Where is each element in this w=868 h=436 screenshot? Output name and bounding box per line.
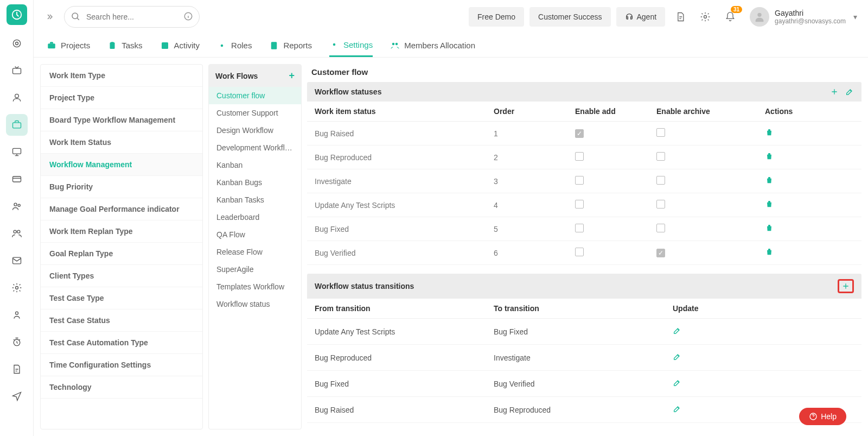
workflow-design-workflow[interactable]: Design Workflow — [209, 122, 301, 139]
svg-point-9 — [18, 204, 20, 206]
free-demo-button[interactable]: Free Demo — [469, 7, 524, 27]
enable-add-checkbox[interactable] — [575, 176, 584, 185]
tab-settings[interactable]: Settings — [329, 34, 373, 57]
left-rail — [0, 0, 34, 436]
enable-add-checkbox[interactable] — [575, 200, 584, 208]
enable-archive-checkbox[interactable] — [656, 128, 665, 137]
enable-archive-checkbox[interactable] — [656, 224, 665, 232]
rail-person-icon[interactable] — [6, 304, 28, 326]
delete-status-button[interactable] — [765, 225, 774, 234]
workflows-title: Work Flows — [215, 72, 258, 80]
tab-activity[interactable]: Activity — [160, 34, 200, 57]
setting-test-case-type[interactable]: Test Case Type — [41, 287, 202, 309]
customer-success-button[interactable]: Customer Success — [529, 7, 610, 27]
rail-briefcase-icon[interactable] — [6, 114, 28, 136]
setting-work-item-status[interactable]: Work Item Status — [41, 131, 202, 154]
setting-work-item-type[interactable]: Work Item Type — [41, 65, 202, 87]
delete-status-button[interactable] — [765, 249, 774, 258]
sidebar-expand-toggle[interactable] — [44, 10, 58, 23]
workflow-templates-workflow[interactable]: Templates Workflow — [209, 278, 301, 295]
tab-tasks[interactable]: Tasks — [107, 34, 142, 57]
delete-status-button[interactable] — [765, 130, 774, 138]
status-order: 5 — [494, 225, 575, 233]
delete-status-button[interactable] — [765, 154, 774, 162]
app-logo[interactable] — [7, 4, 27, 25]
enable-add-checkbox[interactable] — [575, 152, 584, 161]
rail-mail-icon[interactable] — [6, 250, 28, 271]
col-from: From transition — [315, 304, 494, 313]
workflow-superagile[interactable]: SuperAgile — [209, 261, 301, 278]
workflow-leaderboard[interactable]: Leaderboard — [209, 208, 301, 226]
enable-add-checkbox[interactable] — [575, 129, 584, 138]
rail-card-icon[interactable] — [6, 168, 28, 190]
add-workflow-button[interactable]: + — [289, 70, 295, 81]
setting-work-item-replan-type[interactable]: Work Item Replan Type — [41, 220, 202, 243]
rail-settings-icon[interactable] — [6, 277, 28, 299]
info-icon[interactable] — [183, 11, 193, 23]
rail-clock-icon[interactable] — [6, 331, 28, 353]
setting-board-type-workflow-management[interactable]: Board Type Workflow Management — [41, 109, 202, 131]
rail-file-icon[interactable] — [6, 358, 28, 380]
setting-technology[interactable]: Technology — [41, 376, 202, 399]
workflow-release-flow[interactable]: Release Flow — [209, 243, 301, 261]
svg-rect-12 — [12, 257, 21, 264]
status-name: Bug Fixed — [315, 225, 494, 233]
rail-target-icon[interactable] — [6, 33, 28, 54]
workflow-kanban-bugs[interactable]: Kanban Bugs — [209, 174, 301, 191]
add-status-button[interactable] — [830, 87, 839, 96]
status-row: Update Any Test Scripts4 — [307, 193, 861, 217]
search-input[interactable] — [64, 6, 200, 28]
enable-add-checkbox[interactable] — [575, 248, 584, 256]
tab-projects[interactable]: Projects — [47, 34, 90, 57]
enable-archive-checkbox[interactable] — [656, 152, 665, 161]
rail-monitor-icon[interactable] — [6, 141, 28, 163]
setting-client-types[interactable]: Client Types — [41, 265, 202, 287]
setting-test-case-automation-type[interactable]: Test Case Automation Type — [41, 332, 202, 354]
workflow-kanban[interactable]: Kanban — [209, 156, 301, 174]
edit-transition-button[interactable] — [673, 380, 681, 389]
setting-manage-goal-performance-indicator[interactable]: Manage Goal Performance indicator — [41, 198, 202, 220]
workflow-development-workflow[interactable]: Development Workflow — [209, 139, 301, 156]
setting-workflow-management[interactable]: Workflow Management — [41, 154, 202, 176]
status-order: 1 — [494, 129, 575, 138]
rail-nav-icon[interactable] — [6, 386, 28, 407]
edit-transition-button[interactable] — [673, 354, 681, 363]
svg-point-10 — [14, 230, 16, 233]
status-order: 6 — [494, 249, 575, 257]
help-button[interactable]: Help — [799, 408, 846, 425]
tab-roles[interactable]: Roles — [217, 34, 252, 57]
setting-test-case-status[interactable]: Test Case Status — [41, 309, 202, 332]
edit-transition-button[interactable] — [673, 406, 681, 415]
add-transition-button[interactable] — [841, 282, 850, 290]
setting-bug-priority[interactable]: Bug Priority — [41, 176, 202, 198]
document-icon[interactable] — [671, 7, 690, 27]
workflow-kanban-tasks[interactable]: Kanban Tasks — [209, 191, 301, 208]
delete-status-button[interactable] — [765, 201, 774, 210]
workflow-qa-flow[interactable]: QA Flow — [209, 226, 301, 243]
edit-transition-button[interactable] — [673, 328, 681, 337]
gear-icon[interactable] — [695, 7, 715, 27]
setting-time-configuration-settings[interactable]: Time Configuration Settings — [41, 354, 202, 376]
workflow-customer-support[interactable]: Customer Support — [209, 104, 301, 122]
tab-reports[interactable]: Reports — [269, 34, 312, 57]
setting-project-type[interactable]: Project Type — [41, 87, 202, 109]
col-to: To transition — [494, 304, 673, 313]
enable-archive-checkbox[interactable] — [656, 176, 665, 185]
notifications-button[interactable]: 31 — [720, 7, 740, 27]
rail-tv-icon[interactable] — [6, 60, 28, 81]
tab-members-allocation[interactable]: Members Allocation — [390, 34, 475, 57]
rail-users-icon[interactable] — [6, 195, 28, 217]
user-menu[interactable]: Gayathri gayathri@snovasys.com ▾ — [745, 7, 857, 27]
enable-add-checkbox[interactable] — [575, 224, 584, 232]
rail-people-icon[interactable] — [6, 223, 28, 244]
svg-point-19 — [757, 13, 761, 17]
delete-status-button[interactable] — [765, 178, 774, 186]
edit-statuses-button[interactable] — [845, 87, 854, 96]
rail-user-icon[interactable] — [6, 87, 28, 109]
agent-button[interactable]: Agent — [616, 7, 666, 27]
workflow-customer-flow[interactable]: Customer flow — [209, 87, 301, 104]
enable-archive-checkbox[interactable] — [656, 200, 665, 208]
workflow-workflow-status[interactable]: Workflow status — [209, 295, 301, 313]
setting-goal-replan-type[interactable]: Goal Replan Type — [41, 243, 202, 265]
enable-archive-checkbox[interactable] — [656, 249, 665, 257]
